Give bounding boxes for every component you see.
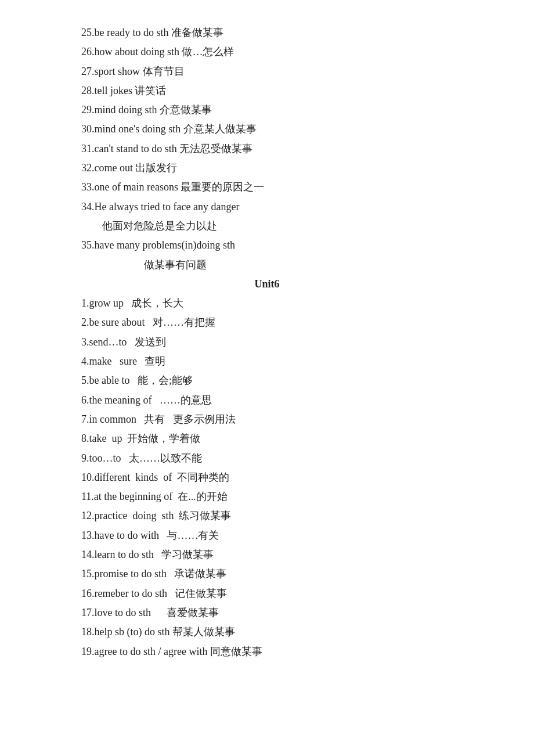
line-u6: 6.the meaning of ……的意思 <box>81 391 453 410</box>
line-u1: 1.grow up 成长，长大 <box>81 294 453 313</box>
line-u14: 14.learn to do sth 学习做某事 <box>81 545 453 564</box>
line-u17: 17.love to do sth 喜爱做某事 <box>81 603 453 622</box>
line-u7: 7.in common 共有 更多示例用法 <box>81 410 453 429</box>
line-unit6: Unit6 <box>81 275 453 294</box>
line-l33: 33.one of main reasons 最重要的原因之一 <box>81 178 453 197</box>
line-u4: 4.make sure 查明 <box>81 352 453 371</box>
line-u10: 10.different kinds of 不同种类的 <box>81 468 453 487</box>
line-u18: 18.help sb (to) do sth 帮某人做某事 <box>81 622 453 642</box>
line-l28: 28.tell jokes 讲笑话 <box>81 81 453 100</box>
line-l27: 27.sport show 体育节目 <box>81 62 453 81</box>
line-u19: 19.agree to do sth / agree with 同意做某事 <box>81 642 453 661</box>
line-u8: 8.take up 开始做，学着做 <box>81 429 453 448</box>
line-l34b: 他面对危险总是全力以赴 <box>81 217 453 236</box>
line-u5: 5.be able to 能，会;能够 <box>81 371 453 390</box>
line-u16: 16.remeber to do sth 记住做某事 <box>81 584 453 603</box>
line-u13: 13.have to do with 与……有关 <box>81 526 453 545</box>
line-u15: 15.promise to do sth 承诺做某事 <box>81 564 453 584</box>
line-l26: 26.how about doing sth 做…怎么样 <box>81 42 453 62</box>
line-l25: 25.be ready to do sth 准备做某事 <box>81 23 453 42</box>
line-u2: 2.be sure about 对……有把握 <box>81 313 453 332</box>
line-l32: 32.come out 出版发行 <box>81 159 453 178</box>
line-l30: 30.mind one's doing sth 介意某人做某事 <box>81 120 453 139</box>
line-u3: 3.send…to 发送到 <box>81 333 453 352</box>
line-l34a: 34.He always tried to face any danger <box>81 197 453 217</box>
line-l31: 31.can't stand to do sth 无法忍受做某事 <box>81 139 453 159</box>
main-content: 25.be ready to do sth 准备做某事26.how about … <box>81 23 453 661</box>
line-l29: 29.mind doing sth 介意做某事 <box>81 100 453 120</box>
line-u9: 9.too…to 太……以致不能 <box>81 449 453 468</box>
line-l35a: 35.have many problems(in)doing sth <box>81 236 453 255</box>
line-l35b: 做某事有问题 <box>81 255 453 275</box>
line-u12: 12.practice doing sth 练习做某事 <box>81 506 453 525</box>
line-u11: 11.at the beginning of 在...的开始 <box>81 487 453 506</box>
